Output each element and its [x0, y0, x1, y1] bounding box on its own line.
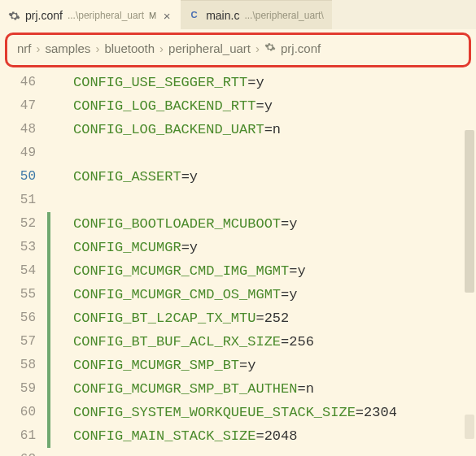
line-number: 46 — [0, 71, 47, 94]
tab-title: prj.conf — [25, 9, 63, 22]
code-line[interactable]: 54CONFIG_MCUMGR_CMD_IMG_MGMT=y — [0, 259, 476, 283]
change-indicator — [47, 236, 50, 259]
line-number: 47 — [0, 94, 47, 118]
code-content: CONFIG_USE_SEGGER_RTT=y — [73, 71, 264, 94]
code-line[interactable]: 51 — [0, 189, 476, 212]
code-line[interactable]: 60CONFIG_SYSTEM_WORKQUEUE_STACK_SIZE=230… — [0, 401, 476, 424]
code-line[interactable]: 49 — [0, 141, 476, 165]
change-indicator — [47, 448, 50, 456]
close-icon[interactable]: × — [161, 10, 172, 21]
tab-main-c[interactable]: C main.c ...\peripheral_uart\ — [181, 0, 332, 29]
line-number: 50 — [0, 165, 47, 189]
code-line[interactable]: 53CONFIG_MCUMGR=y — [0, 236, 476, 259]
tab-subtitle: ...\peripheral_uart — [68, 10, 144, 21]
line-number: 53 — [0, 236, 47, 259]
chevron-right-icon: › — [159, 41, 164, 55]
line-number: 58 — [0, 354, 47, 377]
breadcrumb-item[interactable]: prj.conf — [281, 41, 321, 55]
code-content: CONFIG_MCUMGR_CMD_OS_MGMT=y — [73, 283, 297, 306]
change-indicator — [47, 189, 50, 212]
line-number: 60 — [0, 401, 47, 424]
code-line[interactable]: 48CONFIG_LOG_BACKEND_UART=n — [0, 118, 476, 141]
change-indicator — [47, 377, 50, 401]
change-indicator — [47, 306, 50, 330]
breadcrumb-item[interactable]: samples — [46, 41, 91, 55]
code-line[interactable]: 46CONFIG_USE_SEGGER_RTT=y — [0, 71, 476, 94]
change-indicator — [47, 141, 50, 165]
gear-icon — [8, 10, 20, 22]
chevron-right-icon: › — [255, 41, 260, 55]
line-number: 52 — [0, 212, 47, 236]
chevron-right-icon: › — [37, 41, 41, 55]
code-line[interactable]: 58CONFIG_MCUMGR_SMP_BT=y — [0, 354, 476, 377]
code-line[interactable]: 57CONFIG_BT_BUF_ACL_RX_SIZE=256 — [0, 330, 476, 354]
scrollbar[interactable] — [463, 33, 474, 439]
line-number: 55 — [0, 283, 47, 306]
line-number: 54 — [0, 259, 47, 283]
line-number: 59 — [0, 377, 47, 401]
change-indicator — [47, 283, 50, 306]
code-content: CONFIG_SYSTEM_WORKQUEUE_STACK_SIZE=2304 — [73, 401, 397, 424]
line-number: 57 — [0, 330, 47, 354]
code-line[interactable]: 50CONFIG_ASSERT=y — [0, 165, 476, 189]
change-indicator — [47, 165, 50, 189]
tab-prj-conf[interactable]: prj.conf ...\peripheral_uart M × — [0, 0, 181, 29]
code-line[interactable]: 62 — [0, 448, 476, 456]
change-indicator — [47, 118, 50, 141]
tab-subtitle: ...\peripheral_uart\ — [244, 10, 323, 21]
gear-icon — [264, 41, 276, 55]
line-number: 56 — [0, 306, 47, 330]
change-indicator — [47, 330, 50, 354]
code-content: CONFIG_BT_BUF_ACL_RX_SIZE=256 — [73, 330, 314, 354]
breadcrumb: nrf › samples › bluetooth › peripheral_u… — [7, 37, 469, 60]
line-number: 49 — [0, 141, 47, 165]
code-content: CONFIG_LOG_BACKEND_UART=n — [73, 118, 281, 141]
code-line[interactable]: 55CONFIG_MCUMGR_CMD_OS_MGMT=y — [0, 283, 476, 306]
code-editor[interactable]: 46CONFIG_USE_SEGGER_RTT=y47CONFIG_LOG_BA… — [0, 67, 476, 456]
change-indicator — [47, 94, 50, 118]
change-indicator — [47, 259, 50, 283]
breadcrumb-item[interactable]: peripheral_uart — [168, 41, 251, 55]
breadcrumb-item[interactable]: nrf — [17, 41, 32, 55]
breadcrumb-item[interactable]: bluetooth — [104, 41, 155, 55]
line-number: 62 — [0, 448, 47, 456]
scrollbar-marker — [465, 415, 474, 439]
tab-title: main.c — [206, 9, 239, 22]
svg-text:C: C — [191, 10, 198, 20]
chevron-right-icon: › — [95, 41, 99, 55]
code-line[interactable]: 61CONFIG_MAIN_STACK_SIZE=2048 — [0, 424, 476, 448]
tab-bar: prj.conf ...\peripheral_uart M × C main.… — [0, 0, 476, 29]
line-number: 51 — [0, 189, 47, 212]
change-indicator — [47, 424, 50, 448]
code-content: CONFIG_LOG_BACKEND_RTT=y — [73, 94, 273, 118]
code-content: CONFIG_MCUMGR_CMD_IMG_MGMT=y — [73, 259, 306, 283]
c-file-icon: C — [189, 9, 201, 21]
code-content: CONFIG_ASSERT=y — [73, 165, 198, 189]
change-indicator — [47, 354, 50, 377]
scrollbar-thumb[interactable] — [465, 130, 474, 293]
code-content: CONFIG_BT_L2CAP_TX_MTU=252 — [73, 306, 289, 330]
breadcrumb-highlight: nrf › samples › bluetooth › peripheral_u… — [5, 33, 471, 67]
code-line[interactable]: 59CONFIG_MCUMGR_SMP_BT_AUTHEN=n — [0, 377, 476, 401]
code-line[interactable]: 52CONFIG_BOOTLOADER_MCUBOOT=y — [0, 212, 476, 236]
code-line[interactable]: 47CONFIG_LOG_BACKEND_RTT=y — [0, 94, 476, 118]
code-line[interactable]: 56CONFIG_BT_L2CAP_TX_MTU=252 — [0, 306, 476, 330]
code-content: CONFIG_MCUMGR=y — [73, 236, 198, 259]
tab-modified-indicator: M — [149, 11, 156, 20]
line-number: 48 — [0, 118, 47, 141]
change-indicator — [47, 401, 50, 424]
code-content: CONFIG_MAIN_STACK_SIZE=2048 — [73, 424, 297, 448]
code-content: CONFIG_MCUMGR_SMP_BT=y — [73, 354, 255, 377]
code-content: CONFIG_MCUMGR_SMP_BT_AUTHEN=n — [73, 377, 314, 401]
code-content: CONFIG_BOOTLOADER_MCUBOOT=y — [73, 212, 297, 236]
change-indicator — [47, 212, 50, 236]
line-number: 61 — [0, 424, 47, 448]
change-indicator — [47, 71, 50, 94]
